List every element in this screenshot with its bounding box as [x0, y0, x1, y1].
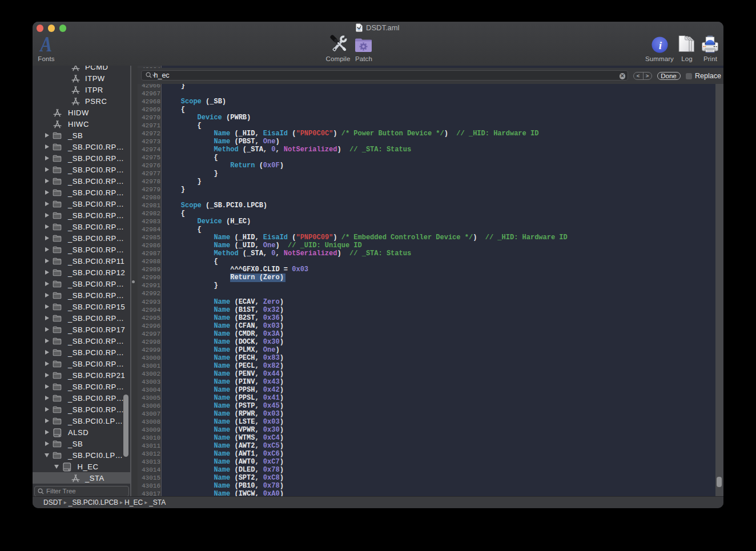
svg-text:i: i [659, 39, 662, 51]
